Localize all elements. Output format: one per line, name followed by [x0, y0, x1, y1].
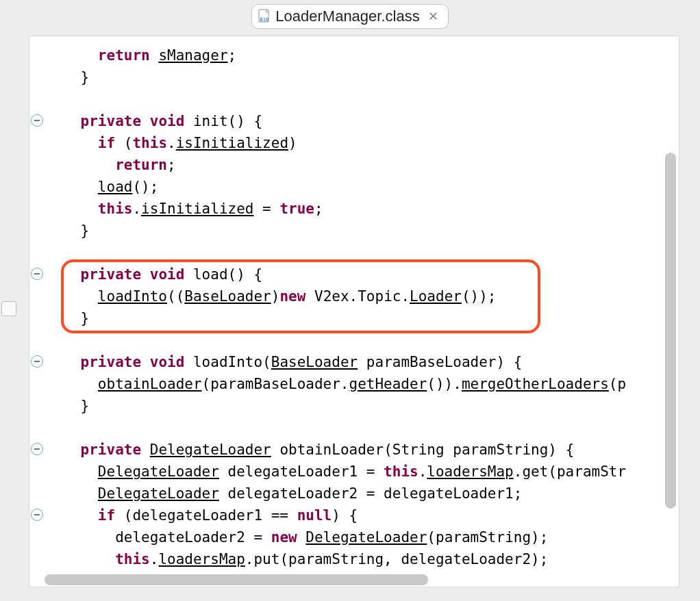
editor-body[interactable]: return sManager; } private void init() {…	[29, 36, 661, 572]
fold-toggle[interactable]	[31, 443, 43, 455]
class-file-icon: 010	[258, 9, 271, 24]
horizontal-scrollbar[interactable]	[38, 574, 651, 585]
editor-tab[interactable]: 010 LoaderManager.class ✕	[251, 4, 448, 29]
editor-frame: return sManager; } private void init() {…	[29, 36, 679, 587]
svg-text:010: 010	[260, 17, 269, 23]
fold-toggle[interactable]	[31, 355, 43, 368]
vertical-scrollbar-thumb[interactable]	[665, 153, 676, 509]
window: 010 LoaderManager.class ✕ return sManage…	[0, 0, 700, 601]
fold-toggle[interactable]	[31, 114, 43, 127]
fold-toggle[interactable]	[31, 509, 43, 521]
code-area[interactable]: return sManager; } private void init() {…	[46, 36, 661, 572]
fold-toggle[interactable]	[31, 268, 43, 280]
tab-filename: LoaderManager.class	[275, 8, 419, 25]
horizontal-scrollbar-thumb[interactable]	[45, 574, 428, 585]
tab-bar: 010 LoaderManager.class ✕	[0, 4, 700, 29]
gutter	[29, 36, 46, 572]
left-ruler-marker	[1, 301, 16, 316]
source-code[interactable]: return sManager; } private void init() {…	[46, 36, 661, 572]
close-icon[interactable]: ✕	[428, 9, 438, 24]
vertical-scrollbar[interactable]	[665, 57, 676, 546]
